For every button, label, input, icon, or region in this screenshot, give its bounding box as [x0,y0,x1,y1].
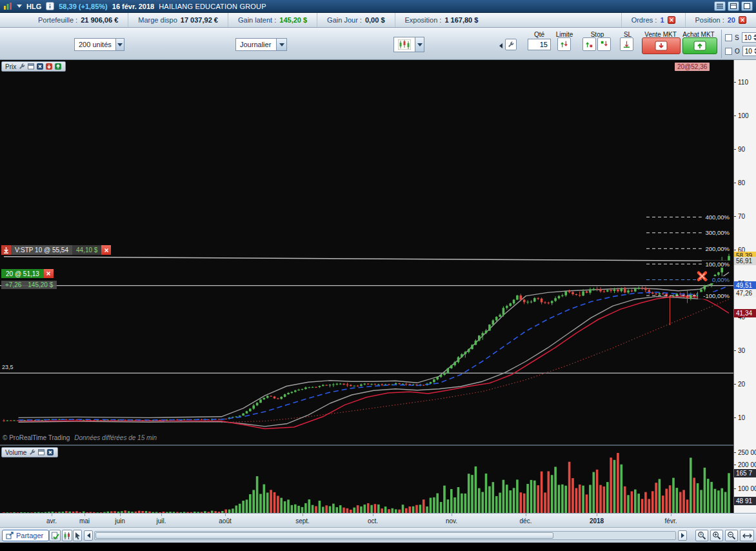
sell-market-button[interactable] [642,37,681,54]
status-field-label: Portefeuille : [38,16,77,24]
time-axis-month: sept. [288,517,317,525]
candlestick-icon [63,532,71,540]
chart-type-arrow-icon[interactable] [415,37,424,52]
entry-marker-icon[interactable] [699,273,706,280]
window-buttons [714,1,753,11]
close-all-button[interactable] [739,16,746,24]
stop-sell-button[interactable] [597,37,611,51]
buy-market-button[interactable] [682,37,717,54]
fit-chart-button[interactable] [740,530,754,541]
close-all-button[interactable] [668,16,675,24]
side-qty-spinner[interactable] [742,32,756,43]
side-qty-spinner[interactable] [742,46,756,56]
price-axis-tick: 100 [734,112,756,120]
symbol-dropdown-caret[interactable] [17,5,22,8]
close-icon[interactable] [36,63,44,70]
auto-zoom-button[interactable]: A [695,530,708,541]
expand-horizontal-icon [742,532,752,540]
account-statusbar: Portefeuille :21 906,06 €Marge dispo17 0… [0,13,756,28]
chart-type-icon [394,39,415,50]
new-window-icon[interactable] [741,1,753,11]
main-toolbar: 200 unités Journalier Qté Limite Stop SL [0,28,756,60]
copyright-text: © ProRealTime Trading [3,434,70,441]
pnl-amount: 145,20 $ [28,281,53,288]
bottom-strip [0,543,756,551]
close-icon [740,17,745,23]
units-select-arrow-icon[interactable] [115,39,124,50]
units-select[interactable]: 200 unités [74,38,124,51]
titlebar: HLG 58,39 (+1,85%) 16 févr. 2018 HAILIAN… [0,0,756,13]
wrench-icon[interactable] [18,63,26,70]
side-checkbox[interactable] [725,34,732,41]
candlesticks[interactable] [3,254,730,421]
time-axis-tick [597,514,597,516]
move-up-icon[interactable] [54,63,62,70]
magnifier-minus-icon [727,531,736,540]
red-ma-line[interactable] [19,296,730,428]
timeframe-select[interactable]: Journalier [235,38,287,51]
zoom-out-button[interactable] [725,530,738,541]
spinner-arrows-icon[interactable] [753,34,756,41]
scroll-right-button[interactable] [678,530,687,541]
time-axis-tick [452,514,452,516]
zoom-in-button[interactable] [710,530,723,541]
close-icon[interactable] [46,448,54,456]
buy-sell-arrows-icon [559,39,569,49]
time-axis-tick [373,514,373,516]
price-axis-tick: 20 [734,381,756,388]
long-ma-dotted-line[interactable] [221,299,729,423]
sl-order-button[interactable] [620,37,633,51]
qty-input[interactable] [528,39,551,50]
time-axis-tick [161,514,162,516]
wrench-icon[interactable] [28,448,36,456]
open-position-tag[interactable]: 20 @ 51,13 [1,269,54,278]
side-qty-input[interactable] [744,34,753,41]
horizontal-line-value-label: 23,5 [2,364,14,370]
stop-loss-icon [622,39,632,49]
status-field-label: Exposition : [405,16,442,24]
panel-layout-icon[interactable] [728,1,739,11]
volume-chart[interactable] [0,446,733,513]
info-icon[interactable] [46,2,54,10]
side-qty-input[interactable] [745,48,754,55]
validate-button[interactable] [49,530,61,541]
window-icon[interactable] [27,63,35,70]
side-order-rows: SO [725,32,756,56]
percent-level-label: 400,00% [705,214,730,221]
lower-band-line[interactable] [19,294,730,426]
volume-bars[interactable] [3,453,730,513]
time-axis-month: avr. [37,517,66,525]
percent-level-label: 300,00% [705,229,730,236]
scrollbar-thumb[interactable] [95,532,553,539]
collapse-order-panel-arrow[interactable] [499,43,502,48]
right-axis[interactable]: 11010090807060504030201058,3956,9149,514… [733,60,756,513]
move-down-icon[interactable] [45,63,53,70]
stop-buy-button[interactable] [582,37,596,51]
time-axis[interactable]: avr.maijuinjuil.aoûtsept.oct.nov.déc.201… [0,513,756,527]
pending-stop-order-tag[interactable]: V:STP 10 @ 55,54 44,10 $ [1,245,111,255]
status-field-value: 21 906,06 € [81,16,118,24]
scroll-left-button[interactable] [84,530,93,541]
order-settings-button[interactable] [505,39,517,50]
timeframe-select-arrow-icon[interactable] [276,39,286,50]
limit-order-button[interactable] [557,37,571,51]
blue-ma-dashed-line[interactable] [19,286,730,420]
trendline[interactable] [4,257,729,261]
price-axis-tick: 110 [734,79,756,86]
chart-type-button[interactable] [393,37,424,52]
menu-lines-icon[interactable] [714,1,726,11]
close-position-button[interactable] [44,269,54,278]
status-field-label: Position : [695,16,724,24]
status-field-value: 0,00 $ [365,16,385,24]
order-side-row: S [725,32,756,43]
price-pane-title: Prix [5,63,16,70]
horizontal-scrollbar[interactable] [94,531,676,540]
share-button[interactable]: Partager [2,530,49,541]
status-field: Position :20 [685,13,756,27]
side-checkbox[interactable] [725,48,732,55]
cancel-order-button[interactable] [101,245,111,255]
candlestick-mode-button[interactable] [62,530,72,541]
pointer-mode-button[interactable] [73,530,82,541]
window-icon[interactable] [37,448,45,456]
symbol-label[interactable]: HLG [26,3,41,10]
